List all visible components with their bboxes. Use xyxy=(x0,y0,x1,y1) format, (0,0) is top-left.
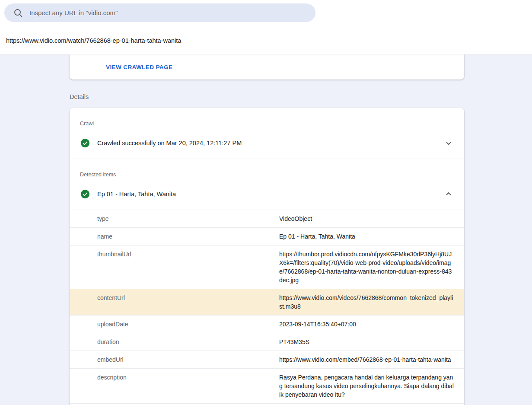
success-check-icon xyxy=(80,189,90,199)
chevron-up-icon[interactable] xyxy=(443,189,454,199)
details-section-label: Details xyxy=(70,92,532,101)
property-value: 2023-09-14T16:35:40+07:00 xyxy=(279,316,464,333)
detected-item-properties-table: type VideoObject name Ep 01 - Harta, Tah… xyxy=(70,210,464,404)
property-value: Rasya Perdana, pengacara handal dari kel… xyxy=(279,369,464,403)
property-key: contentUrl xyxy=(70,289,279,315)
property-value: https://www.vidio.com/embed/7662868-ep-0… xyxy=(279,351,464,368)
inspection-header: https://www.vidio.com/watch/7662868-ep-0… xyxy=(0,0,532,54)
chevron-down-icon[interactable] xyxy=(443,138,454,148)
table-row: thumbnailUrl https://thumbor.prod.vidioc… xyxy=(70,246,464,289)
property-value: https://www.vidio.com/videos/7662868/com… xyxy=(279,289,464,315)
property-value: PT43M35S xyxy=(279,333,464,351)
property-value: Ep 01 - Harta, Tahta, Wanita xyxy=(279,228,464,245)
success-check-icon xyxy=(80,138,90,148)
search-icon[interactable] xyxy=(13,8,23,18)
main-content: VIEW CRAWLED PAGE Details Crawl Crawled … xyxy=(0,54,532,405)
property-key: uploadDate xyxy=(70,316,279,333)
crawl-status-row[interactable]: Crawled successfully on Mar 20, 2024, 12… xyxy=(80,134,454,153)
view-crawled-page-button[interactable]: VIEW CRAWLED PAGE xyxy=(99,59,179,75)
property-value: VideoObject xyxy=(279,210,464,227)
crawl-section: Crawl Crawled successfully on Mar 20, 20… xyxy=(70,108,464,159)
page-availability-card: VIEW CRAWLED PAGE xyxy=(70,54,464,80)
table-row: embedUrl https://www.vidio.com/embed/766… xyxy=(70,351,464,369)
inspected-url: https://www.vidio.com/watch/7662868-ep-0… xyxy=(6,36,181,45)
detected-items-section: Detected items Ep 01 - Harta, Tahta, Wan… xyxy=(70,159,464,210)
property-key: duration xyxy=(70,333,279,351)
table-row: duration PT43M35S xyxy=(70,333,464,351)
table-row: name Ep 01 - Harta, Tahta, Wanita xyxy=(70,228,464,246)
url-inspection-input[interactable] xyxy=(29,9,309,17)
table-row: description Rasya Perdana, pengacara han… xyxy=(70,369,464,404)
crawl-section-label: Crawl xyxy=(80,120,454,128)
crawl-status-text: Crawled successfully on Mar 20, 2024, 12… xyxy=(97,140,443,147)
details-card: Crawl Crawled successfully on Mar 20, 20… xyxy=(70,108,464,405)
url-inspection-searchbar[interactable] xyxy=(4,3,315,22)
property-key: embedUrl xyxy=(70,351,279,368)
property-key: thumbnailUrl xyxy=(70,246,279,289)
detected-item-title: Ep 01 - Harta, Tahta, Wanita xyxy=(97,191,443,198)
table-row: type VideoObject xyxy=(70,210,464,228)
table-row: uploadDate 2023-09-14T16:35:40+07:00 xyxy=(70,316,464,333)
detected-items-label: Detected items xyxy=(80,171,454,179)
property-key: type xyxy=(70,210,279,227)
property-key: description xyxy=(70,369,279,403)
detected-item-row[interactable]: Ep 01 - Harta, Tahta, Wanita xyxy=(80,185,454,204)
property-key: name xyxy=(70,228,279,245)
table-row: contentUrl https://www.vidio.com/videos/… xyxy=(70,289,464,316)
property-value: https://thumbor.prod.vidiocdn.com/nfpysK… xyxy=(279,246,464,289)
